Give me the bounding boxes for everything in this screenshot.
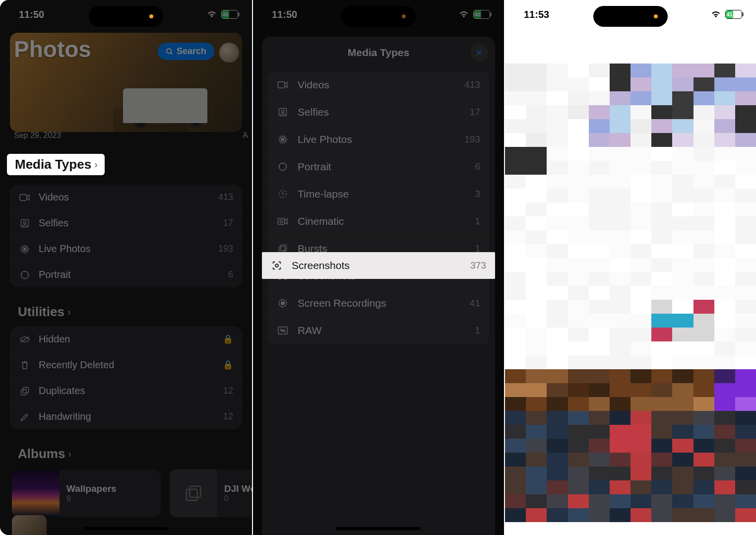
media-row-screenshots[interactable]: Screenshots 373 xyxy=(262,252,495,279)
album-thumb-empty xyxy=(170,469,217,517)
util-row-recently-deleted[interactable]: Recently Deleted 🔒 xyxy=(10,352,242,378)
status-time: 11:50 xyxy=(19,9,44,20)
dynamic-island xyxy=(593,6,668,27)
media-row-screen-recordings[interactable]: Screen Recordings41 xyxy=(268,290,489,317)
battery-icon: 41 xyxy=(725,10,742,19)
media-row-videos[interactable]: Videos413 xyxy=(268,71,489,99)
sheet-title: Media Types xyxy=(262,37,495,68)
media-row-portrait[interactable]: Portrait 6 xyxy=(10,262,242,287)
media-row-selfies[interactable]: Selfies 17 xyxy=(10,210,242,236)
svg-rect-22 xyxy=(278,218,284,224)
chevron-right-icon: › xyxy=(68,448,71,460)
media-row-live-photos[interactable]: Live Photos 193 xyxy=(10,236,242,262)
close-button[interactable] xyxy=(470,44,488,62)
svg-point-16 xyxy=(282,110,284,113)
album-dji[interactable]: DJI Wo 0 xyxy=(170,469,252,517)
live-photos-icon xyxy=(19,244,31,254)
media-row-cinematic[interactable]: Cinematic1 xyxy=(268,208,489,235)
media-row-time-lapse[interactable]: Time-lapse3 xyxy=(268,181,489,208)
handwriting-icon xyxy=(19,412,31,422)
screenshot-icon xyxy=(271,260,283,271)
media-row-portrait[interactable]: Portrait6 xyxy=(268,153,489,181)
album-thumb xyxy=(12,469,60,517)
battery-icon: 40 xyxy=(221,10,238,19)
media-row-raw[interactable]: RAW1 xyxy=(268,317,489,344)
media-row-selfies[interactable]: Selfies17 xyxy=(268,99,489,126)
home-indicator[interactable] xyxy=(84,527,168,530)
page-title: Photos xyxy=(14,36,91,63)
svg-point-20 xyxy=(279,163,287,171)
people-thumb[interactable] xyxy=(12,515,47,535)
svg-point-30 xyxy=(275,264,278,267)
phone-3-screenshots-grid: 11:53 41 Screenshots Select xyxy=(504,0,756,535)
media-types-card: Videos 413 Selfies 17 Live Photos 193 Po… xyxy=(10,185,242,287)
media-types-list: Videos413Selfies17Live Photos193Portrait… xyxy=(268,71,489,344)
svg-rect-3 xyxy=(21,219,29,227)
cinematic-icon xyxy=(277,217,289,225)
svg-line-1 xyxy=(171,53,172,54)
profile-avatar[interactable] xyxy=(219,43,239,63)
lock-icon: 🔒 xyxy=(223,334,233,344)
util-row-handwriting[interactable]: Handwriting 12 xyxy=(10,404,242,429)
hidden-icon xyxy=(19,335,31,343)
svg-point-28 xyxy=(281,302,285,305)
svg-rect-2 xyxy=(20,194,26,200)
video-icon xyxy=(19,194,31,201)
wifi-icon xyxy=(458,9,469,20)
media-types-section-header[interactable]: Media Types › xyxy=(7,154,105,175)
album-wallpapers[interactable]: Wallpapers 9 xyxy=(12,469,161,517)
phone-2-media-types-sheet: 11:50 40 Media Types Videos413Selfies17L… xyxy=(252,0,504,535)
raw-icon xyxy=(277,326,289,335)
status-time: 11:53 xyxy=(524,9,549,20)
portrait-icon xyxy=(19,270,31,280)
util-row-duplicates[interactable]: Duplicates 12 xyxy=(10,378,242,404)
portrait-icon xyxy=(277,162,289,172)
svg-rect-13 xyxy=(187,489,197,500)
svg-rect-24 xyxy=(281,245,287,251)
battery-icon: 40 xyxy=(473,10,490,19)
albums-section-header[interactable]: Albums › xyxy=(10,443,252,465)
selfies-icon xyxy=(277,107,289,117)
utilities-section-header[interactable]: Utilities › xyxy=(10,301,252,323)
time-lapse-icon xyxy=(277,189,289,199)
svg-rect-15 xyxy=(279,109,287,116)
svg-rect-11 xyxy=(21,389,27,395)
duplicates-icon xyxy=(19,386,31,396)
util-row-hidden[interactable]: Hidden 🔒 xyxy=(10,327,242,352)
svg-point-4 xyxy=(24,221,26,223)
media-types-sheet: Media Types Videos413Selfies17Live Photo… xyxy=(262,37,495,535)
chevron-right-icon: › xyxy=(94,159,98,170)
home-indicator[interactable] xyxy=(336,527,421,530)
phone-1-photos-main: 11:50 40 Photos Search Sep 29, 2023 A Vi… xyxy=(0,0,252,535)
screen-recordings-icon xyxy=(277,298,289,308)
wifi-icon xyxy=(710,9,721,20)
live-photos-icon xyxy=(277,134,289,144)
svg-point-5 xyxy=(24,248,26,250)
status-time: 11:50 xyxy=(272,9,297,20)
screenshots-grid[interactable] xyxy=(505,64,756,535)
dynamic-island xyxy=(89,6,163,27)
media-row-live-photos[interactable]: Live Photos193 xyxy=(268,126,489,153)
svg-point-8 xyxy=(21,271,29,278)
media-row-videos[interactable]: Videos 413 xyxy=(10,185,242,210)
wifi-icon xyxy=(206,9,217,20)
svg-rect-25 xyxy=(279,247,285,253)
svg-point-23 xyxy=(280,220,282,222)
svg-rect-12 xyxy=(189,486,200,497)
svg-point-0 xyxy=(167,49,171,53)
dynamic-island xyxy=(341,6,416,27)
utilities-card: Hidden 🔒 Recently Deleted 🔒 Duplicates 1… xyxy=(10,327,242,429)
trash-icon xyxy=(19,360,31,370)
videos-icon xyxy=(277,81,289,89)
svg-rect-10 xyxy=(23,387,29,393)
chevron-right-icon: › xyxy=(67,306,71,318)
svg-rect-14 xyxy=(278,82,284,88)
search-button[interactable]: Search xyxy=(158,43,214,60)
selfie-icon xyxy=(19,218,31,228)
svg-point-17 xyxy=(282,138,284,141)
search-label: Search xyxy=(177,46,206,57)
albums-strip[interactable]: Wallpapers 9 DJI Wo 0 xyxy=(0,465,252,517)
lock-icon: 🔒 xyxy=(223,360,233,370)
